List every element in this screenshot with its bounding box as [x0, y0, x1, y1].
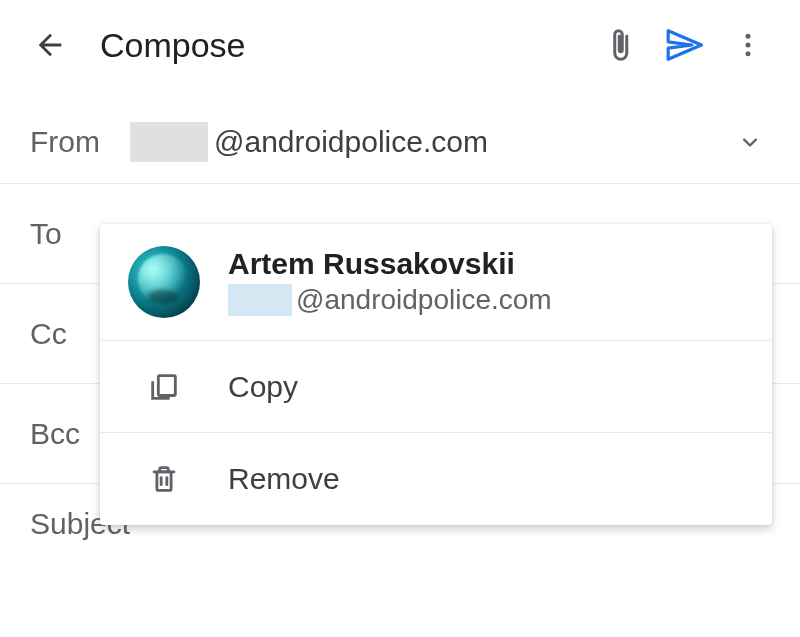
app-bar: Compose — [0, 0, 800, 90]
svg-point-0 — [746, 34, 751, 39]
copy-label: Copy — [228, 370, 298, 404]
page-title: Compose — [100, 26, 246, 65]
from-row[interactable]: From @androidpolice.com — [0, 100, 800, 184]
more-vert-icon — [733, 30, 763, 60]
from-value: @androidpolice.com — [130, 122, 730, 162]
from-dropdown[interactable] — [730, 128, 770, 156]
contact-email: @androidpolice.com — [228, 282, 552, 318]
back-arrow-icon — [33, 28, 67, 62]
chevron-down-icon — [736, 128, 764, 156]
send-icon — [665, 26, 703, 64]
svg-point-2 — [746, 51, 751, 56]
overflow-menu-button[interactable] — [716, 30, 780, 60]
back-button[interactable] — [30, 28, 70, 62]
copy-icon — [147, 370, 181, 404]
copy-action[interactable]: Copy — [100, 341, 772, 433]
trash-icon — [147, 462, 181, 496]
svg-rect-3 — [158, 376, 175, 396]
remove-label: Remove — [228, 462, 340, 496]
send-button[interactable] — [652, 26, 716, 64]
attach-button[interactable] — [588, 27, 652, 63]
from-label: From — [30, 125, 130, 159]
svg-rect-4 — [157, 472, 171, 490]
contact-header[interactable]: Artem Russakovskii @androidpolice.com — [100, 224, 772, 341]
contact-avatar — [128, 246, 200, 318]
svg-point-1 — [746, 43, 751, 48]
contact-popup: Artem Russakovskii @androidpolice.com Co… — [100, 224, 772, 525]
redacted-from-user — [130, 122, 208, 162]
from-domain: @androidpolice.com — [214, 125, 488, 159]
redacted-contact-user — [228, 284, 292, 316]
contact-name: Artem Russakovskii — [228, 246, 552, 282]
contact-domain: @androidpolice.com — [296, 282, 552, 318]
contact-text: Artem Russakovskii @androidpolice.com — [228, 246, 552, 318]
paperclip-icon — [602, 27, 638, 63]
remove-action[interactable]: Remove — [100, 433, 772, 525]
